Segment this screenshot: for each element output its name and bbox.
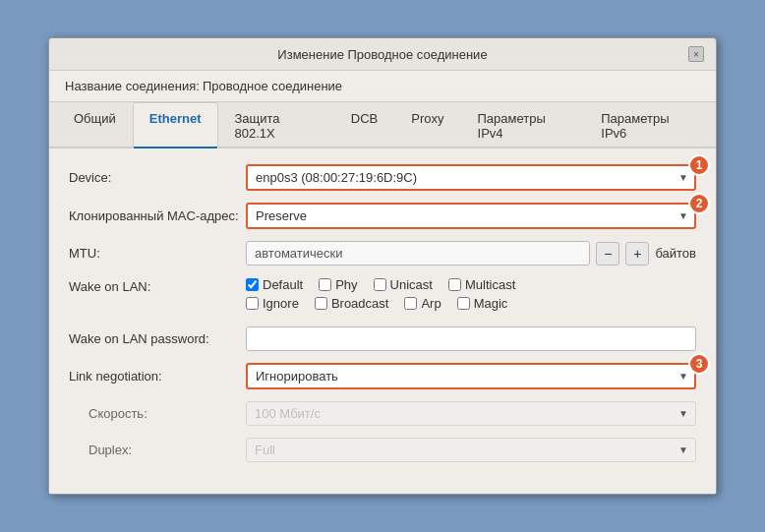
wol-broadcast-checkbox[interactable] — [315, 297, 327, 310]
wol-unicast[interactable]: Unicast — [374, 277, 433, 292]
mac-select-wrapper: Preserve ▼ — [246, 203, 696, 229]
device-field-wrapper: enp0s3 (08:00:27:19:6D:9C) ▼ 1 — [246, 164, 696, 191]
wol-ignore-checkbox[interactable] — [246, 297, 259, 310]
duplex-row: Duplex: Full ▼ — [69, 438, 696, 462]
device-select-wrapper: enp0s3 (08:00:27:19:6D:9C) ▼ — [246, 164, 696, 191]
mac-label: Клонированный MAC-адрес: — [69, 208, 246, 223]
device-row: Device: enp0s3 (08:00:27:19:6D:9C) ▼ 1 — [69, 164, 696, 191]
close-button[interactable]: × — [688, 46, 704, 62]
tab-common[interactable]: Общий — [57, 102, 133, 148]
speed-select-wrapper: 100 Мбит/с ▼ — [246, 401, 696, 426]
wol-default-label: Default — [263, 277, 303, 292]
link-neg-label: Link negotiation: — [69, 369, 246, 384]
tab-ethernet[interactable]: Ethernet — [133, 102, 218, 148]
speed-select[interactable]: 100 Мбит/с — [246, 401, 696, 426]
wol-phy-checkbox[interactable] — [319, 278, 331, 291]
wol-row: Wake on LAN: Default Phy Unicast — [69, 277, 696, 315]
wol-magic[interactable]: Magic — [457, 296, 508, 311]
mac-badge: 2 — [688, 193, 710, 214]
wol-options: Default Phy Unicast Multicast — [246, 277, 696, 315]
wol-default-checkbox[interactable] — [246, 278, 259, 291]
speed-row: Скорость: 100 Мбит/с ▼ — [69, 401, 696, 426]
link-neg-row: Link negotiation: Игнорировать ▼ 3 — [69, 363, 696, 389]
wol-unicast-checkbox[interactable] — [374, 278, 386, 291]
device-select[interactable]: enp0s3 (08:00:27:19:6D:9C) — [246, 164, 696, 191]
wol-password-row: Wake on LAN password: — [69, 326, 696, 351]
tab-dcb[interactable]: DCB — [334, 102, 394, 148]
mtu-unit: байтов — [655, 246, 696, 261]
mtu-input[interactable] — [246, 241, 590, 266]
wol-row-1: Default Phy Unicast Multicast — [246, 277, 696, 292]
wol-arp-checkbox[interactable] — [404, 297, 417, 310]
tab-ipv6[interactable]: Параметры IPv6 — [584, 102, 708, 148]
link-neg-field-wrapper: Игнорировать ▼ 3 — [246, 363, 696, 389]
wol-arp[interactable]: Arp — [404, 296, 441, 311]
title-bar: Изменение Проводное соединение × — [49, 38, 716, 71]
mac-select[interactable]: Preserve — [246, 203, 696, 229]
connection-name-value: Проводное соединение — [203, 79, 342, 93]
wol-ignore[interactable]: Ignore — [246, 296, 299, 311]
duplex-select[interactable]: Full — [246, 438, 696, 462]
mac-field-wrapper: Preserve ▼ 2 — [246, 203, 696, 229]
link-neg-select[interactable]: Игнорировать — [246, 363, 696, 389]
wol-magic-label: Magic — [474, 296, 508, 311]
mtu-plus-button[interactable]: + — [625, 242, 649, 266]
tab-ipv4[interactable]: Параметры IPv4 — [461, 102, 585, 148]
mtu-row: MTU: − + байтов — [69, 241, 696, 266]
connection-name-label: Название соединения: — [65, 79, 203, 93]
wol-broadcast-label: Broadcast — [331, 296, 389, 311]
wol-magic-checkbox[interactable] — [457, 297, 470, 310]
wol-password-label: Wake on LAN password: — [69, 331, 246, 346]
wol-phy[interactable]: Phy — [319, 277, 357, 292]
duplex-label: Duplex: — [69, 443, 246, 457]
device-label: Device: — [69, 170, 246, 185]
wol-multicast-label: Multicast — [465, 277, 515, 292]
device-badge: 1 — [688, 154, 710, 176]
wol-unicast-label: Unicast — [390, 277, 433, 292]
tab-proxy[interactable]: Proxy — [394, 102, 460, 148]
wol-arp-label: Arp — [421, 296, 441, 311]
dialog: Изменение Проводное соединение × Названи… — [48, 37, 717, 495]
wol-phy-label: Phy — [335, 277, 357, 292]
mtu-minus-button[interactable]: − — [596, 242, 619, 266]
wol-ignore-label: Ignore — [263, 296, 299, 311]
speed-label: Скорость: — [69, 406, 246, 421]
mtu-field-wrapper: − + байтов — [246, 241, 696, 266]
wol-default[interactable]: Default — [246, 277, 303, 292]
tabs-bar: Общий Ethernet Защита 802.1X DCB Proxy П… — [49, 102, 716, 148]
connection-name-row: Название соединения: Проводное соединени… — [49, 71, 716, 102]
mac-row: Клонированный MAC-адрес: Preserve ▼ 2 — [69, 203, 696, 229]
dialog-title: Изменение Проводное соединение — [77, 47, 688, 62]
wol-broadcast[interactable]: Broadcast — [315, 296, 389, 311]
wol-row-2: Ignore Broadcast Arp Magic — [246, 296, 696, 311]
tab-security[interactable]: Защита 802.1X — [218, 102, 334, 148]
duplex-select-wrapper: Full ▼ — [246, 438, 696, 462]
link-neg-badge: 3 — [688, 353, 710, 375]
tab-content: Device: enp0s3 (08:00:27:19:6D:9C) ▼ 1 К… — [49, 148, 716, 494]
wol-multicast[interactable]: Multicast — [448, 277, 515, 292]
mtu-label: MTU: — [69, 246, 246, 261]
wol-password-input[interactable] — [246, 326, 696, 351]
link-neg-select-wrapper: Игнорировать ▼ — [246, 363, 696, 389]
wol-multicast-checkbox[interactable] — [448, 278, 461, 291]
wol-label: Wake on LAN: — [69, 277, 246, 294]
